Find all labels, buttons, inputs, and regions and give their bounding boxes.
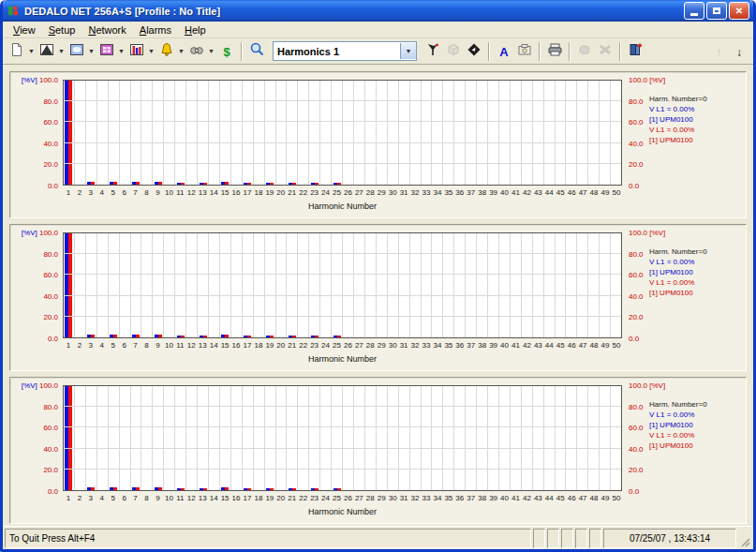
legend-header: Harm. Number=0 <box>649 94 707 104</box>
x-tick: 5 <box>108 341 119 351</box>
x-tick: 47 <box>577 188 588 198</box>
x-tick: 7 <box>130 341 141 351</box>
harmonic-slot-17 <box>243 386 254 490</box>
y-tick-label-right: 0.0 <box>629 182 639 190</box>
energy-cost-button[interactable]: $ <box>216 41 237 62</box>
dropdown-arrow-button[interactable]: ▼ <box>57 41 66 62</box>
zoom-button[interactable] <box>246 41 267 62</box>
dropdown-arrow-button[interactable]: ▼ <box>87 41 96 62</box>
meters-view-button[interactable] <box>186 41 207 62</box>
menu-item-alarms[interactable]: Alarms <box>133 23 178 37</box>
status-cell <box>561 529 573 548</box>
x-tick: 37 <box>466 188 477 198</box>
title-bar[interactable]: DEDALO NET 256A+S [Profile : No Title] ✕ <box>3 0 753 22</box>
chart-panel-3: 0.020.040.060.080.0[%V] 100.00.020.040.0… <box>9 377 747 524</box>
harmonic-slot-23 <box>309 386 320 490</box>
menu-item-network[interactable]: Network <box>82 23 132 37</box>
close-button[interactable]: ✕ <box>729 2 749 20</box>
scroll-down-button[interactable]: ↓ <box>729 41 749 62</box>
harmonic-slot-27 <box>354 81 365 185</box>
x-tick: 4 <box>96 341 108 351</box>
x-tick: 21 <box>287 341 298 351</box>
print-button[interactable] <box>544 41 565 62</box>
harmonic-slot-11 <box>175 386 186 490</box>
harmonic-slot-20 <box>276 386 288 490</box>
plot-area-2 <box>63 232 622 338</box>
maximize-button[interactable] <box>706 2 727 20</box>
view-selector-combo[interactable]: Harmonics 1▼ <box>273 41 417 61</box>
dropdown-arrow-button[interactable]: ▼ <box>147 41 156 62</box>
x-tick: 29 <box>376 341 387 351</box>
y-axis-right: 0.020.040.060.080.0100.0 [%V]Harm. Numbe… <box>624 232 746 338</box>
menu-item-setup[interactable]: Setup <box>42 23 82 37</box>
bar-red-series <box>91 182 95 185</box>
x-tick: 18 <box>253 188 264 198</box>
new-document-button[interactable] <box>7 41 27 62</box>
harmonic-slot-48 <box>588 81 600 185</box>
harmonic-slot-22 <box>298 81 309 185</box>
harmonic-slot-32 <box>410 233 422 337</box>
harmonic-slot-6 <box>120 233 131 337</box>
harmonic-slot-34 <box>432 81 443 185</box>
bar-red-series <box>337 336 341 337</box>
y-tick-label-right: 40.0 <box>629 444 644 453</box>
waveform-view-button[interactable] <box>37 41 57 62</box>
resize-grip[interactable] <box>738 529 751 548</box>
x-tick: 39 <box>488 494 499 503</box>
x-tick: 16 <box>230 494 242 503</box>
combo-dropdown-button[interactable]: ▼ <box>400 43 416 59</box>
menu-item-view[interactable]: View <box>7 23 42 37</box>
y-tick-label-left: 80.0 <box>43 402 58 410</box>
alarm-bell-button[interactable] <box>156 41 177 62</box>
y-tick-label-left: 80.0 <box>43 249 58 258</box>
font-button[interactable]: A <box>494 41 514 62</box>
harmonics-view-button[interactable] <box>126 41 147 62</box>
phasor-view-button[interactable] <box>67 41 87 62</box>
exit-button[interactable] <box>625 41 645 62</box>
marker-flag-button[interactable] <box>422 41 443 62</box>
harmonic-slot-41 <box>511 233 522 337</box>
x-tick: 29 <box>376 188 387 198</box>
harmonic-slot-30 <box>388 81 399 185</box>
x-tick: 19 <box>264 341 275 351</box>
bar-red-series <box>68 386 72 490</box>
harmonic-slot-49 <box>600 233 611 337</box>
y-axis-unit-left: [%V] <box>22 76 39 84</box>
y-tick-label-left: [%V] 100.0 <box>22 229 58 237</box>
harmonic-slot-42 <box>522 81 533 185</box>
x-axis-title: Harmonic Number <box>63 354 622 364</box>
x-tick: 21 <box>287 188 298 198</box>
y-tick-label-right: 60.0 <box>629 118 644 127</box>
y-tick-label-left: 0.0 <box>48 335 58 343</box>
y-tick-label-left: 20.0 <box>43 466 58 474</box>
dropdown-arrow-button[interactable]: ▼ <box>27 41 36 62</box>
dropdown-arrow-button[interactable]: ▼ <box>177 41 185 62</box>
harmonic-slot-20 <box>276 233 288 337</box>
bar-red-series <box>270 183 274 185</box>
harmonic-slot-4 <box>97 233 109 337</box>
y-tick-label-right: 80.0 <box>629 97 644 105</box>
harmonic-slot-43 <box>533 233 544 337</box>
x-tick: 33 <box>421 188 432 198</box>
status-bar: To Quit Press Alt+F4 07/25/07 , 13:43:14 <box>3 526 753 549</box>
harmonic-slot-6 <box>120 386 131 490</box>
h-gridline <box>64 469 621 470</box>
x-tick: 43 <box>532 341 543 351</box>
table-view-button[interactable] <box>96 41 117 62</box>
menu-item-help[interactable]: Help <box>178 23 213 37</box>
x-tick: 22 <box>298 494 309 503</box>
legend-entry: [1] UPM0100 <box>649 440 707 451</box>
snapshot-button[interactable] <box>514 41 535 62</box>
dropdown-arrow-button[interactable]: ▼ <box>117 41 126 62</box>
harmonic-slot-41 <box>511 81 522 185</box>
harmonic-slot-11 <box>175 233 186 337</box>
minimize-button[interactable] <box>684 2 704 20</box>
refresh-button[interactable] <box>464 41 484 62</box>
dropdown-arrow-button[interactable]: ▼ <box>207 41 215 62</box>
x-tick: 24 <box>320 494 332 503</box>
harmonic-slot-12 <box>186 386 198 490</box>
x-tick: 23 <box>309 494 320 503</box>
harmonic-slot-13 <box>198 81 209 185</box>
harmonic-slot-35 <box>443 233 454 337</box>
x-tick: 8 <box>141 494 153 503</box>
